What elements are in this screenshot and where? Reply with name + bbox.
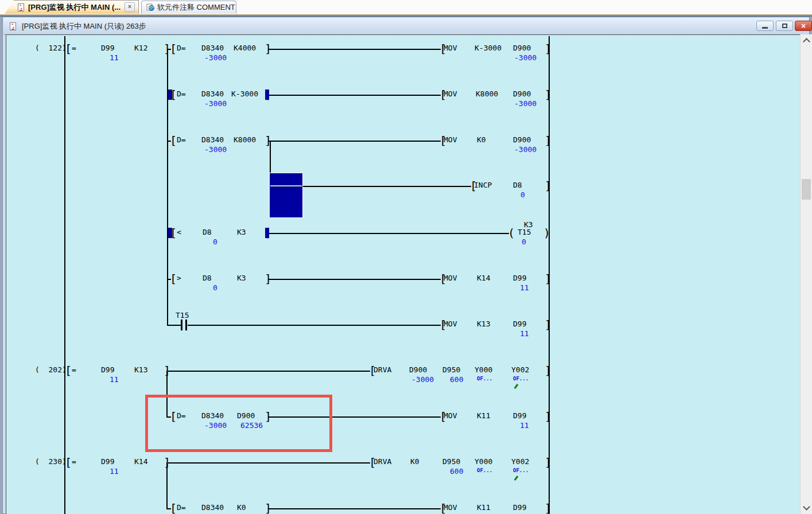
ladder-op-text[interactable]: Y000 xyxy=(475,366,492,373)
ladder-op-text[interactable]: K8000 xyxy=(234,136,256,143)
ladder-op-text[interactable]: D99 xyxy=(513,274,526,282)
ladder-bracket[interactable]: ] xyxy=(545,365,551,376)
ladder-op-text[interactable]: D8340 xyxy=(201,90,224,98)
ladder-op-text[interactable]: K-3000 xyxy=(231,90,258,98)
ladder-bracket[interactable]: ] xyxy=(164,457,170,468)
ladder-bracket[interactable]: ] xyxy=(545,180,551,192)
minimize-button[interactable] xyxy=(756,21,774,31)
ladder-op-text[interactable]: K4000 xyxy=(234,44,256,52)
ladder-bracket[interactable]: ] xyxy=(545,273,551,285)
ladder-op-text[interactable]: MOV xyxy=(444,44,457,52)
ladder-op-text[interactable]: = xyxy=(72,458,76,465)
ladder-op-text[interactable]: D8 xyxy=(203,274,212,282)
ladder-op-text[interactable]: D99 xyxy=(513,412,526,419)
ladder-op-text[interactable]: T15 xyxy=(176,311,189,319)
ladder-op-text[interactable]: K11 xyxy=(477,412,490,419)
ladder-op-text[interactable]: K13 xyxy=(477,320,490,328)
ladder-op-text[interactable]: D900 xyxy=(513,90,531,98)
ladder-bracket[interactable]: ] xyxy=(265,135,271,146)
ladder-op-text[interactable]: D99 xyxy=(101,458,114,465)
ladder-op-text[interactable]: = xyxy=(72,366,76,373)
ladder-op-text[interactable]: D900 xyxy=(409,366,427,373)
ladder-op-text[interactable]: < xyxy=(177,228,181,236)
ladder-op-text[interactable]: DRVA xyxy=(374,366,391,373)
scroll-up-icon[interactable] xyxy=(803,38,810,45)
scrollbar-thumb[interactable] xyxy=(802,179,811,200)
ladder-bracket[interactable]: [ xyxy=(170,135,177,146)
ladder-bracket[interactable]: [ xyxy=(170,273,177,285)
ladder-bracket[interactable]: ( xyxy=(508,227,515,239)
vertical-scrollbar[interactable] xyxy=(800,34,812,514)
ladder-op-text[interactable]: K11 xyxy=(477,504,490,511)
close-button[interactable]: × xyxy=(795,21,812,31)
ladder-op-text[interactable]: D8340 xyxy=(201,504,224,511)
restore-button[interactable] xyxy=(776,21,793,31)
ladder-op-text[interactable]: D= xyxy=(177,504,186,511)
ladder-op-text[interactable]: K14 xyxy=(134,458,147,465)
ladder-op-text[interactable]: T15 xyxy=(518,228,531,236)
ladder-bracket[interactable]: ] xyxy=(265,43,271,54)
ladder-op-text[interactable]: > xyxy=(177,274,181,282)
ladder-op-text[interactable]: D99 xyxy=(513,504,526,511)
ladder-bracket[interactable]: [ xyxy=(170,503,177,514)
ladder-bracket[interactable]: [ xyxy=(65,43,72,54)
ladder-op-text[interactable]: K0 xyxy=(237,504,246,511)
ladder-op-text[interactable]: Y000 xyxy=(475,458,492,465)
ladder-op-text[interactable]: = xyxy=(72,44,76,52)
ladder-bracket[interactable]: ] xyxy=(265,273,271,285)
ladder-bracket[interactable]: ) xyxy=(543,227,550,239)
ladder-bracket[interactable]: ] xyxy=(265,503,271,514)
ladder-op-text[interactable]: K14 xyxy=(477,274,490,282)
tab-prg-monitor[interactable]: [PRG]监视 执行中 MAIN (... × xyxy=(5,0,139,14)
ladder-op-text[interactable]: K12 xyxy=(134,44,147,52)
ladder-op-text[interactable]: MOV xyxy=(444,320,457,328)
tab-device-comment[interactable]: 软元件注释 COMMENT xyxy=(141,1,236,14)
ladder-op-text[interactable]: MOV xyxy=(444,90,457,98)
ladder-bracket[interactable]: ] xyxy=(545,319,551,330)
ladder-op-text[interactable]: K0 xyxy=(477,136,486,143)
ladder-op-text[interactable]: K0 xyxy=(410,458,419,465)
ladder-bracket[interactable]: [ xyxy=(170,43,177,54)
ladder-op-text[interactable]: K3 xyxy=(237,228,246,236)
ladder-op-text[interactable]: D900 xyxy=(513,136,531,143)
ladder-op-text[interactable]: K-3000 xyxy=(475,44,502,52)
ladder-op-text[interactable]: K3 xyxy=(237,274,246,282)
ladder-op-text[interactable]: DRVA xyxy=(374,458,391,465)
step-number[interactable]: ( 202) xyxy=(35,366,67,373)
ladder-op-text[interactable]: D8340 xyxy=(201,136,224,143)
ladder-op-text[interactable]: D950 xyxy=(442,366,460,373)
scroll-down-icon[interactable] xyxy=(803,503,810,511)
ladder-canvas[interactable]: ( 122)[=D99K12][D=D8340K4000][MOVK-3000D… xyxy=(6,34,800,514)
ladder-op-text[interactable]: D950 xyxy=(442,458,460,465)
ladder-op-text[interactable]: D99 xyxy=(513,320,526,328)
ladder-op-text[interactable]: INCP xyxy=(474,181,492,189)
ladder-op-text[interactable]: D900 xyxy=(513,44,531,52)
ladder-op-text[interactable]: D= xyxy=(177,136,186,143)
ladder-op-text[interactable]: K8000 xyxy=(476,90,498,98)
ladder-op-text[interactable]: MOV xyxy=(444,504,457,511)
ladder-bracket[interactable]: [ xyxy=(65,365,72,376)
ladder-bracket[interactable]: ] xyxy=(545,457,551,468)
ladder-op-text[interactable]: MOV xyxy=(444,136,457,143)
ladder-op-text[interactable]: D8340 xyxy=(201,44,224,52)
ladder-op-text[interactable]: D= xyxy=(177,44,186,52)
ladder-bracket[interactable]: ] xyxy=(545,135,551,146)
ladder-bracket[interactable]: ] xyxy=(545,503,551,514)
ladder-op-text[interactable]: D99 xyxy=(101,44,114,52)
ladder-bracket[interactable]: ] xyxy=(545,43,551,54)
ladder-bracket[interactable]: ] xyxy=(545,89,551,100)
step-number[interactable]: ( 230) xyxy=(35,458,67,465)
tab-close-button[interactable]: × xyxy=(125,2,135,12)
ladder-op-text[interactable]: D8 xyxy=(513,181,522,189)
step-number[interactable]: ( 122) xyxy=(35,44,67,52)
window-title-bar[interactable]: [PRG]监视 执行中 MAIN (只读) 263步 xyxy=(3,18,809,35)
ladder-bracket[interactable]: ] xyxy=(164,365,170,376)
ladder-op-text[interactable]: Y002 xyxy=(511,366,529,373)
edit-cursor[interactable] xyxy=(269,173,303,218)
ladder-op-text[interactable]: D8 xyxy=(203,228,212,236)
ladder-bracket[interactable]: [ xyxy=(65,457,72,468)
ladder-op-text[interactable]: MOV xyxy=(444,412,457,419)
ladder-op-text[interactable]: D= xyxy=(177,90,186,98)
ladder-op-text[interactable]: K13 xyxy=(134,366,147,373)
ladder-op-text[interactable]: MOV xyxy=(444,274,457,282)
